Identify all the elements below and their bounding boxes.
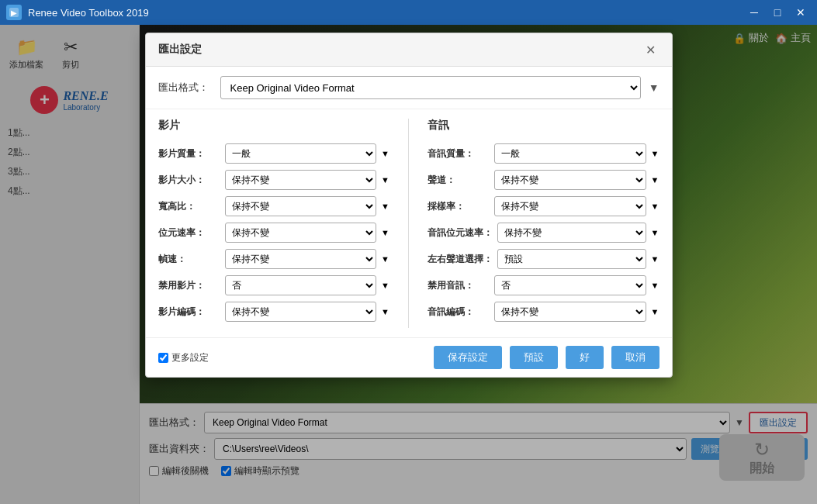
audio-quality-select[interactable]: 一般 bbox=[494, 143, 646, 164]
aspect-ratio-row: 寬高比： 保持不變 ▼ bbox=[158, 196, 390, 216]
disable-audio-row: 禁用音訊： 否 ▼ bbox=[428, 275, 659, 295]
video-quality-row: 影片質量： 一般 ▼ bbox=[158, 143, 390, 164]
minimize-button[interactable]: ─ bbox=[744, 5, 764, 20]
aspect-ratio-select[interactable]: 保持不變 bbox=[225, 196, 377, 216]
more-settings-toggle[interactable]: 更多設定 bbox=[158, 351, 209, 364]
export-settings-dialog: 匯出設定 ✕ 匯出格式： Keep Original Video Format … bbox=[145, 33, 673, 378]
video-bitrate-icon: ▼ bbox=[381, 228, 389, 237]
video-size-select[interactable]: 保持不變 bbox=[225, 170, 377, 190]
video-codec-select[interactable]: 保持不變 bbox=[225, 302, 377, 322]
app-icon: ▶ bbox=[6, 5, 22, 20]
channel-icon: ▼ bbox=[651, 175, 659, 185]
aspect-ratio-label: 寬高比： bbox=[158, 200, 220, 213]
disable-video-icon: ▼ bbox=[381, 281, 389, 290]
disable-video-label: 禁用影片： bbox=[158, 279, 220, 292]
lr-channel-icon: ▼ bbox=[651, 254, 659, 264]
video-codec-icon: ▼ bbox=[381, 307, 389, 316]
video-quality-icon: ▼ bbox=[381, 149, 389, 158]
dialog-cancel-button[interactable]: 取消 bbox=[611, 346, 659, 369]
disable-video-row: 禁用影片： 否 ▼ bbox=[158, 275, 390, 295]
video-bitrate-row: 位元速率： 保持不變 ▼ bbox=[158, 223, 390, 243]
frame-rate-select[interactable]: 保持不變 bbox=[225, 249, 377, 269]
audio-quality-label: 音訊質量： bbox=[428, 147, 490, 161]
video-column-header: 影片 bbox=[158, 119, 390, 136]
video-size-label: 影片大小： bbox=[158, 174, 220, 187]
disable-audio-label: 禁用音訊： bbox=[428, 279, 490, 292]
maximize-button[interactable]: □ bbox=[767, 5, 788, 20]
audio-codec-select[interactable]: 保持不變 bbox=[494, 302, 646, 322]
video-bitrate-select[interactable]: 保持不變 bbox=[225, 223, 377, 243]
dialog-title: 匯出設定 bbox=[158, 43, 202, 57]
frame-rate-label: 幀速： bbox=[158, 253, 220, 266]
audio-bitrate-icon: ▼ bbox=[651, 228, 659, 237]
video-quality-select[interactable]: 一般 bbox=[225, 143, 377, 164]
sample-rate-select[interactable]: 保持不變 bbox=[494, 196, 646, 216]
lr-channel-row: 左右聲道選擇： 預設 ▼ bbox=[428, 249, 659, 269]
audio-column-header: 音訊 bbox=[428, 119, 659, 136]
audio-codec-icon: ▼ bbox=[651, 307, 659, 316]
audio-codec-label: 音訊編碼： bbox=[428, 306, 490, 319]
dialog-format-select[interactable]: Keep Original Video Format bbox=[220, 76, 641, 99]
audio-bitrate-select[interactable]: 保持不變 bbox=[497, 223, 646, 243]
video-bitrate-label: 位元速率： bbox=[158, 226, 220, 240]
frame-rate-row: 幀速： 保持不變 ▼ bbox=[158, 249, 390, 269]
video-codec-label: 影片編碼： bbox=[158, 306, 220, 319]
lr-channel-select[interactable]: 預設 bbox=[497, 249, 646, 269]
dialog-close-button[interactable]: ✕ bbox=[642, 41, 659, 58]
app-title: Renee Video Toolbox 2019 bbox=[28, 7, 744, 19]
close-button[interactable]: ✕ bbox=[791, 5, 811, 20]
video-quality-label: 影片質量： bbox=[158, 147, 220, 161]
video-size-row: 影片大小： 保持不變 ▼ bbox=[158, 170, 390, 190]
more-settings-checkbox[interactable] bbox=[158, 353, 168, 363]
aspect-ratio-icon: ▼ bbox=[381, 202, 389, 211]
channel-select[interactable]: 保持不變 bbox=[494, 170, 646, 190]
audio-quality-icon: ▼ bbox=[651, 149, 659, 158]
video-codec-row: 影片編碼： 保持不變 ▼ bbox=[158, 302, 390, 322]
lr-channel-label: 左右聲道選擇： bbox=[428, 253, 493, 266]
channel-label: 聲道： bbox=[428, 174, 490, 187]
video-size-icon: ▼ bbox=[381, 175, 389, 185]
window-controls: ─ □ ✕ bbox=[744, 5, 811, 20]
format-dropdown-icon: ▼ bbox=[649, 81, 659, 94]
disable-video-select[interactable]: 否 bbox=[225, 275, 377, 295]
sample-rate-row: 採樣率： 保持不變 ▼ bbox=[428, 196, 659, 216]
audio-bitrate-label: 音訊位元速率： bbox=[428, 226, 493, 240]
default-button[interactable]: 預設 bbox=[510, 346, 558, 369]
disable-audio-select[interactable]: 否 bbox=[494, 275, 646, 295]
dialog-format-label: 匯出格式： bbox=[158, 81, 213, 95]
video-column: 影片 影片質量： 一般 ▼ 影片大小： 保持不變 ▼ 寬高比： 保持不變 ▼ bbox=[158, 119, 390, 328]
save-settings-button[interactable]: 保存設定 bbox=[434, 346, 502, 369]
dialog-footer: 更多設定 保存設定 預設 好 取消 bbox=[146, 337, 672, 377]
more-settings-label: 更多設定 bbox=[171, 351, 209, 364]
modal-overlay: 匯出設定 ✕ 匯出格式： Keep Original Video Format … bbox=[0, 25, 817, 504]
dialog-header: 匯出設定 ✕ bbox=[146, 33, 672, 67]
audio-codec-row: 音訊編碼： 保持不變 ▼ bbox=[428, 302, 659, 322]
frame-rate-icon: ▼ bbox=[381, 254, 389, 264]
channel-row: 聲道： 保持不變 ▼ bbox=[428, 170, 659, 190]
column-divider bbox=[408, 119, 409, 328]
audio-column: 音訊 音訊質量： 一般 ▼ 聲道： 保持不變 ▼ 採樣率： 保持不變 ▼ bbox=[428, 119, 659, 328]
audio-quality-row: 音訊質量： 一般 ▼ bbox=[428, 143, 659, 164]
audio-bitrate-row: 音訊位元速率： 保持不變 ▼ bbox=[428, 223, 659, 243]
sample-rate-label: 採樣率： bbox=[428, 200, 490, 213]
sample-rate-icon: ▼ bbox=[651, 202, 659, 211]
dialog-columns: 影片 影片質量： 一般 ▼ 影片大小： 保持不變 ▼ 寬高比： 保持不變 ▼ bbox=[146, 109, 672, 337]
ok-button[interactable]: 好 bbox=[566, 346, 604, 369]
svg-text:▶: ▶ bbox=[11, 9, 17, 17]
disable-audio-icon: ▼ bbox=[651, 281, 659, 290]
title-bar: ▶ Renee Video Toolbox 2019 ─ □ ✕ bbox=[0, 0, 817, 25]
dialog-format-row: 匯出格式： Keep Original Video Format ▼ bbox=[146, 67, 672, 109]
